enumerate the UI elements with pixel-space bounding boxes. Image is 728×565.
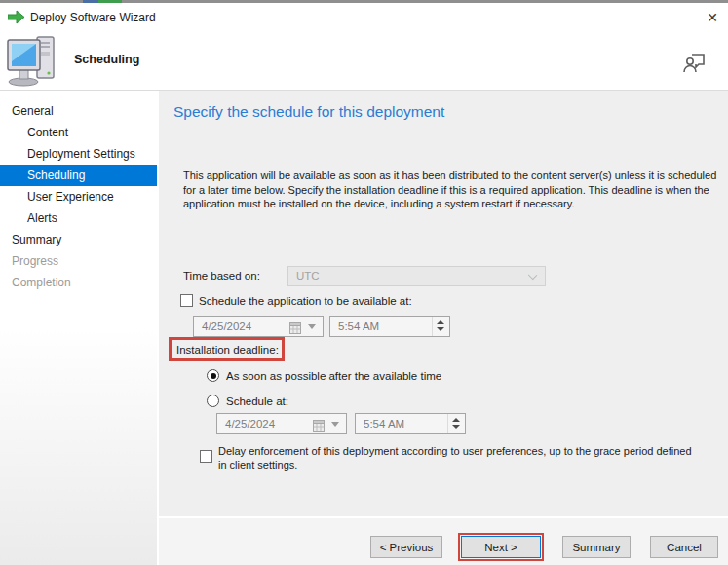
sidebar-item-alerts[interactable]: Alerts [0, 207, 157, 229]
radio-label: Schedule at: [226, 395, 288, 408]
calendar-icon [313, 418, 325, 430]
intro-text: This application will be available as so… [183, 169, 725, 211]
previous-button[interactable]: < Previous [370, 536, 442, 558]
sidebar-item-deployment-settings[interactable]: Deployment Settings [0, 143, 157, 165]
time-value: 5:54 AM [364, 418, 404, 430]
page-title: Scheduling [74, 53, 139, 66]
wizard-arrow-icon [8, 10, 25, 24]
installation-deadline-label: Installation deadline: [176, 344, 279, 356]
wizard-footer: < Previous Next > Summary Cancel [159, 518, 728, 565]
sidebar-item-completion: Completion [0, 272, 157, 293]
available-schedule-checkbox[interactable]: Schedule the application to be available… [180, 294, 570, 309]
next-button[interactable]: Next > [461, 536, 541, 558]
content-heading: Specify the schedule for this deployment [173, 103, 444, 121]
summary-button[interactable]: Summary [562, 536, 631, 558]
deadline-date-field: 4/25/2024 [216, 413, 347, 434]
cancel-button[interactable]: Cancel [650, 536, 718, 558]
window-title: Deploy Software Wizard [30, 11, 156, 24]
sidebar-item-progress: Progress [0, 250, 157, 272]
chevron-down-icon [528, 271, 537, 280]
sidebar-item-general[interactable]: General [0, 100, 157, 122]
deadline-annotation-red-box: Installation deadline: [169, 337, 285, 361]
time-based-on-label: Time based on: [183, 266, 260, 286]
feedback-icon[interactable] [682, 48, 706, 73]
wizard-steps-sidebar: General Content Deployment Settings Sche… [0, 91, 157, 565]
calendar-icon [289, 320, 301, 332]
checkbox-label: Schedule the application to be available… [199, 294, 412, 308]
scheduling-page: Specify the schedule for this deployment… [159, 91, 728, 516]
available-date-field: 4/25/2024 [193, 316, 324, 337]
available-time-field: 5:54 AM [329, 316, 450, 337]
time-spinner [432, 317, 447, 336]
sidebar-item-user-experience[interactable]: User Experience [0, 186, 157, 207]
delay-enforcement-checkbox[interactable]: Delay enforcement of this deployment acc… [200, 445, 697, 474]
checkbox-box[interactable] [180, 294, 193, 307]
date-value: 4/25/2024 [225, 418, 275, 430]
spinner-down-icon [437, 327, 444, 331]
close-icon[interactable]: ✕ [704, 9, 721, 26]
spinner-down-icon [452, 425, 460, 429]
time-spinner [447, 414, 463, 433]
title-bar: Deploy Software Wizard ✕ [0, 3, 728, 31]
time-value: 5:54 AM [338, 320, 379, 332]
time-based-on-value: UTC [296, 270, 320, 282]
radio-circle[interactable] [207, 395, 219, 407]
sidebar-item-summary[interactable]: Summary [0, 229, 157, 250]
sidebar-item-content[interactable]: Content [0, 122, 157, 143]
date-value: 4/25/2024 [202, 320, 251, 332]
wizard-header: Scheduling [0, 31, 728, 90]
checkbox-label: Delay enforcement of this deployment acc… [218, 445, 698, 471]
radio-label: As soon as possible after the available … [226, 369, 441, 383]
computer-icon [7, 34, 59, 87]
radio-circle[interactable] [207, 369, 219, 382]
spinner-up-icon [437, 320, 444, 324]
dropdown-arrow-icon [308, 324, 316, 329]
sidebar-item-scheduling[interactable]: Scheduling [0, 165, 157, 186]
dropdown-arrow-icon [331, 422, 339, 427]
checkbox-box[interactable] [200, 450, 212, 463]
spinner-up-icon [452, 418, 460, 422]
deadline-time-field: 5:54 AM [355, 413, 466, 434]
time-based-on-select: UTC [287, 266, 546, 286]
